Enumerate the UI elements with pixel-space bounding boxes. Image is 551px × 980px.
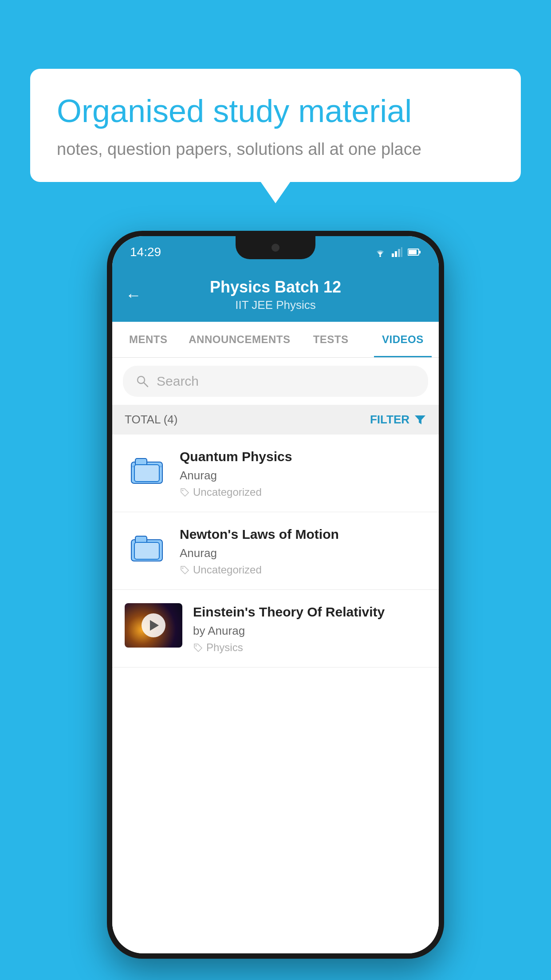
list-item[interactable]: Quantum Physics Anurag Uncategorized (112, 435, 439, 512)
folder-icon-wrap (125, 526, 169, 570)
camera-dot (272, 244, 279, 252)
play-triangle-icon (150, 620, 159, 631)
tabs-bar: MENTS ANNOUNCEMENTS TESTS VIDEOS (112, 322, 439, 358)
list-item[interactable]: Newton's Laws of Motion Anurag Uncategor… (112, 512, 439, 590)
wifi-icon (374, 247, 386, 257)
filter-icon (414, 414, 426, 426)
svg-rect-1 (392, 253, 394, 257)
search-container: Search (112, 358, 439, 405)
speech-bubble-section: Organised study material notes, question… (30, 69, 521, 182)
status-time: 14:29 (130, 245, 161, 259)
tab-tests[interactable]: TESTS (295, 322, 366, 357)
video-info: Newton's Laws of Motion Anurag Uncategor… (180, 526, 426, 576)
phone-mockup: 14:29 (107, 231, 444, 959)
battery-icon (408, 248, 421, 256)
play-button[interactable] (142, 613, 165, 637)
video-tag: Physics (193, 641, 426, 654)
video-title: Einstein's Theory Of Relativity (193, 603, 426, 620)
svg-rect-3 (398, 249, 400, 257)
tag-icon (180, 487, 189, 497)
header-subtitle: IIT JEE Physics (235, 298, 316, 312)
tag-label: Uncategorized (193, 564, 262, 576)
video-title: Newton's Laws of Motion (180, 526, 426, 543)
tab-announcements[interactable]: ANNOUNCEMENTS (184, 322, 295, 357)
svg-line-9 (144, 383, 148, 387)
video-author: Anurag (180, 469, 426, 482)
tag-label: Physics (206, 641, 243, 654)
notch (236, 236, 315, 259)
tab-ments[interactable]: MENTS (112, 322, 184, 357)
search-bar[interactable]: Search (123, 366, 428, 397)
video-thumbnail (125, 603, 182, 648)
app-header: ← Physics Batch 12 IIT JEE Physics (112, 268, 439, 322)
phone-frame: 14:29 (107, 231, 444, 959)
tag-icon (180, 565, 189, 575)
svg-point-16 (182, 490, 184, 491)
folder-icon (129, 452, 165, 488)
video-title: Quantum Physics (180, 448, 426, 465)
filter-label: FILTER (370, 413, 409, 427)
video-info: Quantum Physics Anurag Uncategorized (180, 448, 426, 498)
bubble-subtitle: notes, question papers, solutions all at… (57, 140, 494, 159)
status-icons (374, 247, 421, 257)
signal-icon (392, 247, 402, 257)
search-icon (135, 374, 150, 388)
svg-point-22 (182, 568, 184, 569)
speech-bubble: Organised study material notes, question… (30, 69, 521, 182)
tag-icon (193, 643, 203, 652)
list-item[interactable]: Einstein's Theory Of Relativity by Anura… (112, 590, 439, 668)
svg-rect-2 (395, 251, 397, 257)
filter-bar: TOTAL (4) FILTER (112, 405, 439, 435)
svg-point-0 (379, 255, 381, 257)
folder-icon-wrap (125, 448, 169, 492)
bubble-title: Organised study material (57, 92, 494, 130)
back-button[interactable]: ← (126, 286, 142, 304)
tab-videos[interactable]: VIDEOS (367, 322, 439, 357)
svg-point-23 (196, 645, 197, 647)
svg-rect-4 (401, 247, 402, 257)
svg-rect-14 (134, 465, 159, 482)
status-bar: 14:29 (112, 236, 439, 268)
video-author: by Anurag (193, 624, 426, 638)
svg-rect-20 (134, 542, 159, 559)
video-author: Anurag (180, 546, 426, 560)
phone-screen: 14:29 (112, 236, 439, 953)
tag-label: Uncategorized (193, 486, 262, 498)
total-count: TOTAL (4) (125, 413, 177, 427)
video-tag: Uncategorized (180, 486, 426, 498)
search-placeholder: Search (157, 374, 199, 389)
header-title: Physics Batch 12 (210, 278, 341, 296)
folder-icon (129, 530, 165, 565)
svg-rect-7 (409, 250, 417, 254)
video-list: Quantum Physics Anurag Uncategorized (112, 435, 439, 953)
svg-marker-10 (415, 415, 425, 424)
svg-rect-6 (419, 251, 421, 253)
video-info: Einstein's Theory Of Relativity by Anura… (193, 603, 426, 654)
video-tag: Uncategorized (180, 564, 426, 576)
filter-button[interactable]: FILTER (370, 413, 426, 427)
